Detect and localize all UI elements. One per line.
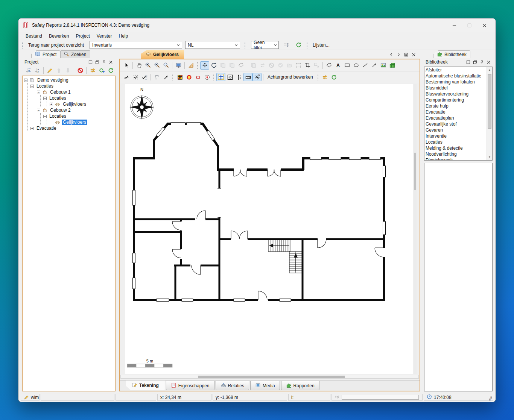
tree-item-gelijkvloers[interactable]: +Gelijkvloers — [50, 101, 115, 107]
bring-forward-button[interactable] — [218, 61, 227, 70]
tab-scroll-right-button[interactable] — [395, 52, 401, 58]
tab-close-button[interactable] — [411, 52, 417, 58]
copy-object-button[interactable] — [249, 61, 258, 70]
inventory-combobox[interactable]: Inventaris — [90, 41, 182, 49]
close-button[interactable] — [477, 20, 492, 31]
region-tool-button[interactable] — [193, 73, 202, 81]
pan-tool-button[interactable] — [134, 61, 143, 70]
resize-grip[interactable]: ▞ — [489, 397, 492, 400]
library-item-evacuatieplan[interactable]: Evacuatieplan — [424, 115, 487, 121]
scrollbar-thumb[interactable] — [198, 376, 345, 378]
refresh-add-button[interactable] — [97, 66, 106, 74]
draw-ellipse-button[interactable] — [351, 61, 360, 70]
panel-pin-button[interactable] — [478, 59, 485, 65]
select-tool-button[interactable] — [122, 61, 131, 70]
menu-bewerken[interactable]: Bewerken — [46, 33, 72, 39]
tree-item-gelijkvloers[interactable]: Gelijkvloers — [50, 119, 115, 125]
show-grid-button[interactable] — [216, 73, 225, 81]
filter-settings-button[interactable] — [282, 41, 291, 49]
menu-bestand[interactable]: Bestand — [22, 33, 46, 39]
library-item-afsluiter[interactable]: Afsluiter — [424, 67, 487, 73]
zoom-in-tool-button[interactable] — [143, 61, 152, 70]
draw-rectangle-button[interactable] — [342, 61, 351, 70]
synchronize-button[interactable] — [88, 66, 97, 74]
edit-background-button[interactable]: Achtergrond bewerken — [265, 73, 316, 81]
tab-scroll-left-button[interactable] — [388, 52, 394, 58]
snap-to-object-button[interactable] — [140, 73, 149, 81]
zone-tool-button[interactable] — [184, 73, 193, 81]
tab-relaties[interactable]: Relaties — [216, 381, 249, 390]
refresh-filter-button[interactable] — [294, 41, 303, 49]
panel-close-button[interactable] — [107, 59, 114, 65]
menu-help[interactable]: Help — [115, 33, 131, 39]
tab-gelijkvloers[interactable]: Gelijkvloers — [141, 50, 184, 59]
tab-zoeken[interactable]: Zoeken — [60, 50, 90, 58]
library-scrollbar[interactable]: ▲ ▼ — [487, 67, 492, 160]
drawing-canvas[interactable]: N — [125, 84, 413, 374]
collapse-icon[interactable]: − — [37, 109, 40, 112]
edit-points-button[interactable] — [236, 61, 245, 70]
canvas-vertical-scrollbar[interactable] — [414, 84, 417, 374]
library-item-bluswatervoorziening[interactable]: Bluswatervoorziening — [424, 91, 487, 97]
north-arrow-toggle-button[interactable]: N — [252, 73, 262, 81]
language-combobox[interactable]: NL — [185, 41, 240, 49]
collapse-icon[interactable]: − — [37, 91, 40, 94]
tab-rapporten[interactable]: Rapporten — [281, 381, 319, 390]
menu-venster[interactable]: Venster — [93, 33, 116, 39]
menu-project[interactable]: Project — [72, 33, 93, 39]
resize-tool-button[interactable] — [312, 61, 321, 70]
synchronize-drawing-button[interactable] — [321, 73, 330, 81]
sort-structure-button[interactable] — [24, 66, 33, 74]
library-listbox[interactable]: AfsluiterAutomatische blusinstallatieBes… — [424, 67, 493, 161]
tab-eigenschappen[interactable]: Eigenschappen — [166, 381, 214, 390]
selection-frame-button[interactable] — [294, 61, 303, 70]
draw-arrow-button[interactable] — [370, 61, 379, 70]
tree-item-evacuatie[interactable]: +Evacuatie — [30, 125, 115, 131]
panel-float-button[interactable] — [471, 59, 478, 65]
orientation-tool-button[interactable] — [202, 73, 211, 81]
tree-item-locaties[interactable]: −Locaties — [30, 83, 115, 89]
send-backward-button[interactable] — [227, 61, 236, 70]
zoom-out-tool-button[interactable] — [152, 61, 161, 70]
approve-object-button[interactable] — [276, 61, 285, 70]
library-item-interventie[interactable]: Interventie — [424, 133, 487, 139]
tree-item-gebouw-2[interactable]: −Gebouw 2 — [37, 107, 115, 113]
measure-heights-button[interactable] — [234, 73, 243, 81]
library-item-plaatsbezoek[interactable]: Plaatsbezoek — [424, 157, 487, 161]
tree-item-gebouw-1[interactable]: −Gebouw 1 — [37, 89, 115, 95]
tree-item-demo-vestiging[interactable]: −Demo vestiging — [24, 77, 115, 83]
move-tool-button[interactable] — [200, 61, 209, 70]
collapse-icon[interactable]: − — [24, 79, 27, 82]
replace-object-button[interactable] — [258, 61, 267, 70]
crop-tool-button[interactable] — [303, 61, 312, 70]
edit-item-button[interactable] — [45, 66, 54, 74]
raster-properties-button[interactable] — [175, 73, 184, 81]
draw-text-button[interactable]: A — [333, 61, 342, 70]
insert-raster-button[interactable] — [388, 61, 397, 70]
open-object-button[interactable] — [285, 61, 294, 70]
library-item-automatische-blusinstallatie[interactable]: Automatische blusinstallatie — [424, 73, 487, 79]
expand-icon[interactable]: + — [30, 127, 34, 130]
panel-maximize-button[interactable] — [465, 59, 471, 65]
library-item-gevaren[interactable]: Gevaren — [424, 127, 487, 133]
library-item-blusmiddel[interactable]: Blusmiddel — [424, 85, 487, 91]
library-item-bestemming-van-lokalen[interactable]: Bestemming van lokalen — [424, 79, 487, 85]
library-item-evacuatie[interactable]: Evacuatie — [424, 109, 487, 115]
tree-item-locaties[interactable]: −Locaties — [43, 95, 115, 101]
collapse-icon[interactable]: − — [43, 97, 47, 100]
refresh-drawing-button[interactable] — [330, 73, 339, 81]
draw-line-button[interactable] — [360, 61, 370, 70]
tab-bibliotheek[interactable]: Bibliotheek — [433, 50, 470, 58]
scrollbar-thumb[interactable] — [488, 74, 491, 129]
tab-list-button[interactable] — [403, 52, 409, 58]
sort-alphabetical-button[interactable]: az — [33, 66, 42, 74]
move-down-button[interactable] — [63, 66, 72, 74]
panel-float-button[interactable] — [94, 59, 100, 65]
jump-to-button[interactable] — [161, 73, 170, 81]
panel-close-button[interactable] — [485, 59, 492, 65]
lists-button[interactable]: Lijsten... — [310, 41, 332, 49]
back-to-project-overview-button[interactable]: Terug naar project overzicht — [26, 41, 87, 49]
snap-to-point-button[interactable] — [122, 73, 131, 81]
block-item-button[interactable] — [76, 66, 85, 74]
tree-item-locaties[interactable]: −Locaties — [43, 113, 115, 119]
